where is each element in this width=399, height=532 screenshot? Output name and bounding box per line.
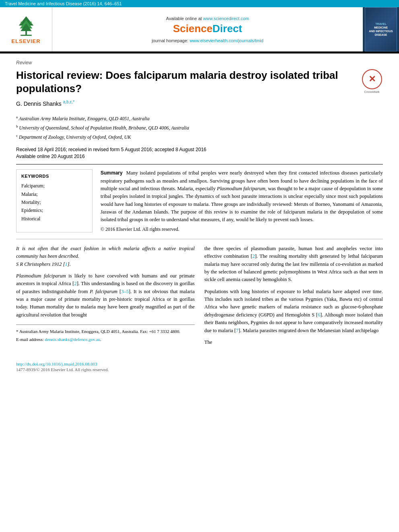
journal-citation: Travel Medicine and Infectious Disease (… [5, 1, 122, 6]
author-name: G. Dennis Shanks [16, 101, 62, 107]
crossmark-circle: ✕ [362, 69, 382, 89]
affil-a: a Australian Army Malaria Institute, Eno… [16, 114, 383, 123]
science-text: Science [173, 23, 212, 35]
body-para-1: Plasmodium falciparum is likely to have … [16, 272, 195, 319]
article-title-row: Historical review: Does falciparum malar… [16, 69, 383, 95]
sciencedirect-brand: ScienceDirect [173, 23, 242, 35]
author-sup: a,b,c,* [63, 100, 74, 104]
email-link[interactable]: dennis.shanks@defence.gov.au [45, 337, 100, 342]
body-columns: It is not often that the exact fashion i… [16, 245, 383, 351]
doi-anchor[interactable]: http://dx.doi.org/10.1016/j.tmaid.2016.0… [16, 362, 97, 366]
elsevier-logo: ELSEVIER [0, 7, 52, 51]
available-online-text: Available online at www.sciencedirect.co… [166, 16, 249, 21]
keywords-title: KEYWORDS [21, 174, 87, 179]
summary-label: Summary [101, 170, 123, 176]
body-col-right: the three species of plasmodium parasite… [204, 245, 383, 351]
affiliations: a Australian Army Malaria Institute, Eno… [16, 114, 383, 142]
direct-text: Direct [212, 23, 242, 35]
authors-line: G. Dennis Shanks a,b,c,* [16, 100, 383, 107]
keyword-4: Epidemics; [21, 206, 87, 214]
sciencedirect-url[interactable]: www.sciencedirect.com [203, 16, 249, 21]
section-label: Review [16, 60, 383, 66]
body-para-right-3: The [204, 339, 383, 346]
body-col-left: It is not often that the exact fashion i… [16, 245, 195, 351]
footnote-1: * Australian Army Malaria Institute, Eno… [16, 328, 195, 335]
body-para-right-2: Populations with long histories of expos… [204, 288, 383, 335]
keyword-1: Falciparum; [21, 182, 87, 190]
affil-c: c Department of Zoology, University of O… [16, 133, 383, 141]
summary-paragraph: Summary Many isolated populations of tri… [101, 169, 383, 224]
footer-section: http://dx.doi.org/10.1016/j.tmaid.2016.0… [0, 362, 399, 378]
footnote-email: E-mail address: dennis.shanks@defence.go… [16, 336, 195, 343]
keyword-3: Mortality; [21, 198, 87, 206]
svg-rect-1 [21, 35, 32, 36]
the-word: The [204, 339, 212, 345]
elsevier-tree-icon [12, 14, 40, 37]
affil-b: b University of Queensland, School of Po… [16, 123, 383, 132]
article-title: Historical review: Does falciparum malar… [16, 69, 353, 95]
crossmark-label: CrossMark [364, 90, 380, 94]
keyword-2: Malaria; [21, 190, 87, 198]
top-bar: Travel Medicine and Infectious Disease (… [0, 0, 399, 7]
footer-rights: 1477-8939/© 2016 Elsevier Ltd. All right… [16, 367, 383, 372]
keyword-5: Historical [21, 215, 87, 223]
summary-box: Summary Many isolated populations of tri… [101, 169, 383, 232]
header-section: ELSEVIER Available online at www.science… [0, 7, 399, 52]
keywords-box: KEYWORDS Falciparum; Malaria; Mortality;… [16, 169, 93, 232]
doi-link: http://dx.doi.org/10.1016/j.tmaid.2016.0… [16, 362, 383, 366]
italic-quote: It is not often that the exact fashion i… [16, 245, 195, 268]
copyright-line: © 2016 Elsevier Ltd. All rights reserved… [101, 226, 383, 232]
available-online-date: Available online 20 August 2016 [16, 154, 383, 159]
content-area: Review Historical review: Does falciparu… [0, 53, 399, 357]
center-header: Available online at www.sciencedirect.co… [52, 7, 363, 51]
separator-2 [16, 239, 383, 239]
received-dates: Received 18 April 2016; received in revi… [16, 147, 383, 152]
journal-url[interactable]: www.elsevierhealth.com/journals/tmid [189, 38, 263, 43]
elsevier-label: ELSEVIER [11, 38, 40, 44]
body-para-right-1: the three species of plasmodium parasite… [204, 245, 383, 284]
journal-cover: TRAVEL MEDICINE and INFECTIOUS DISEASE [363, 7, 399, 51]
crossmark-badge[interactable]: ✕ CrossMark [361, 70, 383, 92]
cover-title: TRAVEL MEDICINE and INFECTIOUS DISEASE [369, 22, 393, 37]
keywords-summary-row: KEYWORDS Falciparum; Malaria; Mortality;… [16, 169, 383, 232]
separator-1 [16, 164, 383, 164]
footnote-section: * Australian Army Malaria Institute, Eno… [16, 325, 195, 343]
journal-homepage-line: journal homepage: www.elsevierhealth.com… [152, 38, 263, 43]
